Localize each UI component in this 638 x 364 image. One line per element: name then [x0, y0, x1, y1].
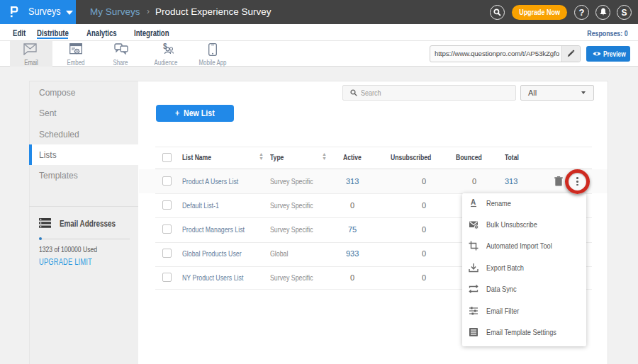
svg-text:A: A: [471, 198, 476, 206]
svg-text:$: $: [163, 43, 167, 50]
